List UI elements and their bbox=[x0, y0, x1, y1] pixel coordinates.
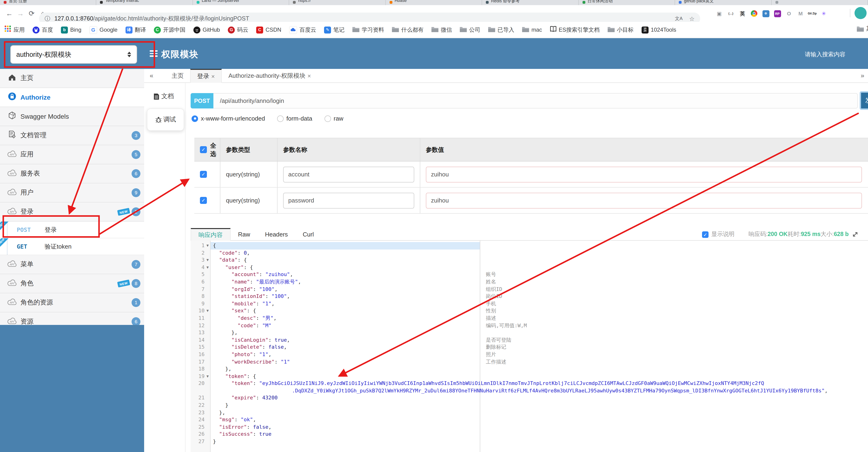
bookmark-other[interactable]: 其他书签 bbox=[857, 25, 868, 33]
browser-tab[interactable]: 日常休闲活动 bbox=[579, 0, 675, 5]
bookmark-item[interactable]: 公司 bbox=[460, 26, 480, 34]
bookmark-item[interactable]: 已导入 bbox=[488, 26, 514, 34]
content-type-option[interactable]: raw bbox=[324, 115, 343, 122]
translate-en-icon[interactable]: 英 bbox=[738, 9, 747, 18]
oval-icon[interactable]: O bbox=[784, 9, 794, 18]
bookmark-item[interactable]: CCSDN bbox=[256, 26, 281, 33]
asterisk-icon[interactable]: ✳ bbox=[819, 9, 829, 18]
expand-tabs-icon[interactable]: » bbox=[861, 72, 864, 79]
forward-icon[interactable]: → bbox=[15, 7, 26, 20]
sidebar-item-角色的资源[interactable]: API角色的资源1 bbox=[0, 293, 144, 312]
chrome-icon[interactable] bbox=[749, 9, 759, 18]
param-checkbox[interactable]: ✓ bbox=[200, 197, 207, 204]
arrow-m-icon[interactable]: M bbox=[796, 9, 805, 18]
json-brackets-icon[interactable]: {…} bbox=[726, 9, 736, 18]
search-input[interactable]: 请输入搜索内容 bbox=[805, 51, 845, 59]
content-tab[interactable]: Authorize-authority-权限模块✕ bbox=[222, 69, 318, 83]
notes-extension-icon[interactable]: ▣ bbox=[715, 9, 724, 18]
radio-icon[interactable] bbox=[277, 115, 284, 122]
bookmark-item[interactable]: ✎笔记 bbox=[324, 26, 344, 34]
bookmark-star-icon[interactable]: ☆ bbox=[689, 15, 694, 22]
bookmark-item[interactable]: 小目标 bbox=[608, 26, 634, 34]
bookmark-item[interactable]: 微信 bbox=[431, 26, 452, 34]
bookmark-item[interactable]: 10241024Tools bbox=[642, 26, 676, 33]
browser-tab[interactable] bbox=[772, 0, 868, 5]
bookmark-item[interactable]: 学习资料 bbox=[352, 26, 384, 34]
browser-tab[interactable]: github pack英文 bbox=[675, 0, 772, 5]
sidebar-item-Swagger Models[interactable]: Swagger Models bbox=[0, 107, 144, 126]
sidebar-item-登录[interactable]: API登录NEW2 bbox=[0, 202, 144, 222]
show-note-checkbox[interactable]: ✓ bbox=[702, 231, 709, 238]
sidebar-item-用户[interactable]: API用户9 bbox=[0, 183, 144, 202]
sidebar-item-文档管理[interactable]: 文档管理3 bbox=[0, 126, 144, 145]
fold-arrow-icon[interactable]: ▼ bbox=[205, 373, 210, 380]
bookmark-item[interactable]: 百度云 bbox=[289, 26, 316, 34]
bookmark-item[interactable]: ES搜索引擎文档 bbox=[550, 26, 600, 34]
radio-icon[interactable] bbox=[191, 115, 198, 122]
tab-document[interactable]: 文档 bbox=[153, 92, 174, 101]
bookmark-item[interactable]: C开源中国 bbox=[154, 26, 185, 34]
browser-tab[interactable]: https:// bbox=[289, 0, 386, 5]
send-button[interactable]: 发 bbox=[860, 91, 868, 110]
gitzip-icon[interactable]: Git Zip bbox=[808, 9, 817, 18]
bookmark-item[interactable]: 应用 bbox=[5, 26, 25, 34]
param-value-input[interactable]: zuihou bbox=[426, 193, 862, 208]
globe-icon[interactable]: ⊕ bbox=[761, 9, 770, 18]
content-tab[interactable]: 登录✕ bbox=[190, 69, 222, 83]
content-tab[interactable]: 主页 bbox=[165, 69, 190, 83]
param-value-input[interactable]: zuihou bbox=[426, 166, 862, 182]
param-name-input[interactable]: password bbox=[283, 193, 414, 208]
response-tab[interactable]: 响应内容 bbox=[191, 228, 230, 241]
back-icon[interactable]: ← bbox=[4, 7, 15, 20]
close-tab-icon[interactable]: ✕ bbox=[307, 73, 311, 79]
browser-tab[interactable]: Hbase bbox=[386, 0, 482, 5]
bookmark-item[interactable]: GGoogle bbox=[89, 26, 117, 34]
request-path-field[interactable]: /api/authority/anno/login bbox=[213, 93, 858, 109]
bookmark-item[interactable]: mac bbox=[522, 26, 542, 34]
expand-response-icon[interactable] bbox=[852, 231, 859, 237]
bookmark-item[interactable]: 译翻译 bbox=[125, 26, 146, 34]
axure-rp-icon[interactable]: RP bbox=[773, 9, 782, 18]
select-all-checkbox[interactable]: ✓ bbox=[200, 146, 207, 153]
collapse-tabs-icon[interactable]: « bbox=[150, 72, 153, 79]
response-tab[interactable]: Headers bbox=[257, 228, 295, 241]
radio-icon[interactable] bbox=[324, 115, 331, 122]
browser-tab[interactable]: Redis 命令参考 bbox=[482, 0, 579, 5]
menu-hamburger-icon[interactable] bbox=[150, 50, 158, 57]
bookmark-item[interactable]: GitHub bbox=[193, 26, 220, 33]
content-type-option[interactable]: x-www-form-urlencoded bbox=[191, 115, 265, 122]
fold-arrow-icon[interactable]: ▼ bbox=[205, 256, 210, 264]
profile-avatar[interactable] bbox=[855, 7, 867, 19]
browser-tab[interactable]: Temporary Interac bbox=[96, 0, 193, 5]
bookmark-item[interactable]: 百度 bbox=[33, 26, 53, 34]
sidebar-endpoint-post[interactable]: NEWPOST登录 bbox=[0, 222, 144, 238]
sidebar-item-菜单[interactable]: API菜单7 bbox=[0, 255, 144, 274]
show-note-toggle[interactable]: ✓ 显示说明 bbox=[702, 230, 735, 238]
bookmark-item[interactable]: bBing bbox=[61, 26, 81, 33]
content-type-option[interactable]: form-data bbox=[277, 115, 312, 122]
browser-tab[interactable]: Land — Jumpserver bbox=[193, 0, 289, 5]
param-name-input[interactable]: account bbox=[283, 166, 414, 182]
fold-arrow-icon[interactable]: ▼ bbox=[205, 242, 210, 249]
module-select[interactable]: authority-权限模块 bbox=[10, 45, 137, 64]
response-body-viewer[interactable]: 1▼{2 "code": 0,3▼ "data": {4▼ "user": {5… bbox=[191, 241, 868, 452]
bookmark-item[interactable]: 什么都有 bbox=[392, 26, 424, 34]
bookmark-item[interactable]: G码云 bbox=[228, 26, 248, 34]
close-tab-icon[interactable]: ✕ bbox=[211, 74, 215, 79]
sidebar-item-Authorize[interactable]: Authorize bbox=[0, 88, 144, 107]
page-info-icon[interactable]: ⓘ bbox=[44, 15, 50, 23]
browser-tab-strip[interactable]: 首页·注册Temporary InteracLand — Jumpserverh… bbox=[0, 0, 868, 5]
sidebar-item-应用[interactable]: API应用5 bbox=[0, 145, 144, 164]
tab-debug[interactable]: 调试 bbox=[147, 109, 184, 131]
response-tab[interactable]: Curl bbox=[295, 228, 321, 241]
sidebar-endpoint-get[interactable]: NEWGET验证token bbox=[0, 238, 144, 255]
sidebar-item-角色[interactable]: API角色NEW8 bbox=[0, 274, 144, 293]
param-checkbox[interactable]: ✓ bbox=[200, 171, 207, 178]
translate-page-icon[interactable]: 文A bbox=[675, 16, 682, 22]
fold-arrow-icon[interactable]: ▼ bbox=[205, 308, 210, 315]
browser-tab[interactable]: 首页·注册 bbox=[0, 0, 96, 5]
sidebar-item-服务表[interactable]: API服务表6 bbox=[0, 164, 144, 183]
reload-icon[interactable]: ⟳ bbox=[26, 7, 37, 20]
sidebar-item-主页[interactable]: 主页 bbox=[0, 69, 144, 88]
response-tab[interactable]: Raw bbox=[230, 228, 257, 241]
